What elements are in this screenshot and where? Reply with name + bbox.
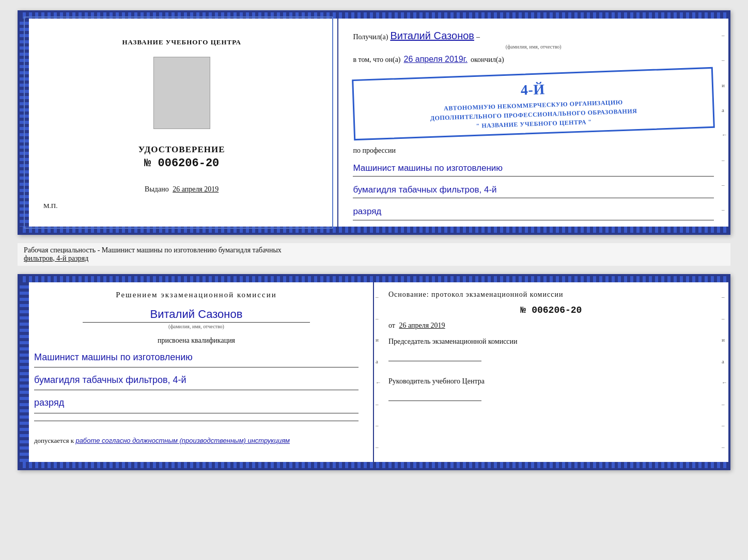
- top-doc-left-panel: НАЗВАНИЕ УЧЕБНОГО ЦЕНТРА УДОСТОВЕРЕНИЕ №…: [20, 12, 338, 233]
- mp-text: М.П.: [43, 202, 57, 210]
- bottom-document: Решением экзаменационной комиссии Витали…: [18, 274, 730, 470]
- top-doc-right-panel: Получил(а) Виталий Сазонов – (фамилия, и…: [338, 12, 728, 233]
- prisvoena-label: присвоена квалификация: [34, 337, 359, 345]
- qualification-line2: бумагидля табачных фильтров, 4-й: [34, 372, 359, 390]
- predsedatel-block: Председатель экзаменационной комиссии: [388, 336, 714, 365]
- vtom-line: в том, что он(а) 26 апреля 2019г. окончи…: [353, 55, 714, 64]
- ot-date: 26 апреля 2019: [399, 322, 445, 329]
- bottom-doc-right-panel: Основание: протокол экзаменационной коми…: [374, 276, 728, 468]
- info-bar-underline: фильтров, 4-й разряд: [24, 254, 88, 262]
- resheniem-title: Решением экзаменационной комиссии: [34, 291, 359, 299]
- bottom-right-dash-decoration: – – и а ← – – –: [722, 276, 727, 468]
- dopuskaetsya-line: допускается к работе согласно должностны…: [34, 437, 359, 445]
- profession-line2: бумагидля табачных фильтров, 4-й: [353, 183, 714, 198]
- photo-placeholder: [153, 57, 210, 129]
- vydano-line: Выдано 26 апреля 2019: [145, 185, 219, 194]
- completion-date: 26 апреля 2019г.: [404, 55, 467, 64]
- bottom-fio-label: (фамилия, имя, отчество): [34, 324, 359, 329]
- info-bar: Рабочая специальность - Машинист машины …: [18, 243, 730, 266]
- rukovoditel-block: Руководитель учебного Центра: [388, 376, 714, 405]
- protocol-number: № 006206-20: [388, 305, 714, 315]
- right-dash-decoration: – – и а ← – – –: [722, 12, 727, 233]
- poluchil-line: Получил(а) Виталий Сазонов –: [353, 30, 714, 42]
- udostoverenie-title: УДОСТОВЕРЕНИЕ: [138, 145, 225, 155]
- osnovanie-text: Основание: протокол экзаменационной коми…: [388, 291, 714, 299]
- recipient-name: Виталий Сазонов: [390, 30, 474, 42]
- stamp-box: 4-й АВТОНОМНУЮ НЕКОММЕРЧЕСКУЮ ОРГАНИЗАЦИ…: [352, 67, 715, 140]
- predsedatel-signature-line: [388, 351, 481, 361]
- profession-line1: Машинист машины по изготовлению: [353, 161, 714, 177]
- dopuskaetsya-italic: работе согласно должностным (производств…: [75, 437, 290, 444]
- po-professii-label: по профессии: [353, 147, 714, 155]
- fio-label: (фамилия, имя, отчество): [353, 44, 714, 50]
- info-bar-text: Рабочая специальность - Машинист машины …: [24, 246, 282, 254]
- profession-line3: разряд: [353, 204, 714, 220]
- header-label: НАЗВАНИЕ УЧЕБНОГО ЦЕНТРА: [122, 38, 241, 46]
- top-document: НАЗВАНИЕ УЧЕБНОГО ЦЕНТРА УДОСТОВЕРЕНИЕ №…: [18, 10, 730, 235]
- udostoverenie-number: № 006206-20: [144, 157, 219, 170]
- bottom-doc-left-panel: Решением экзаменационной комиссии Витали…: [20, 276, 374, 468]
- qualification-line3: разряд: [34, 394, 359, 413]
- ot-line: от 26 апреля 2019: [388, 322, 714, 330]
- bottom-name-hw: Виталий Сазонов: [34, 308, 359, 321]
- qualification-line1: Машинист машины по изготовлению: [34, 349, 359, 367]
- rukovoditel-signature-line: [388, 391, 481, 401]
